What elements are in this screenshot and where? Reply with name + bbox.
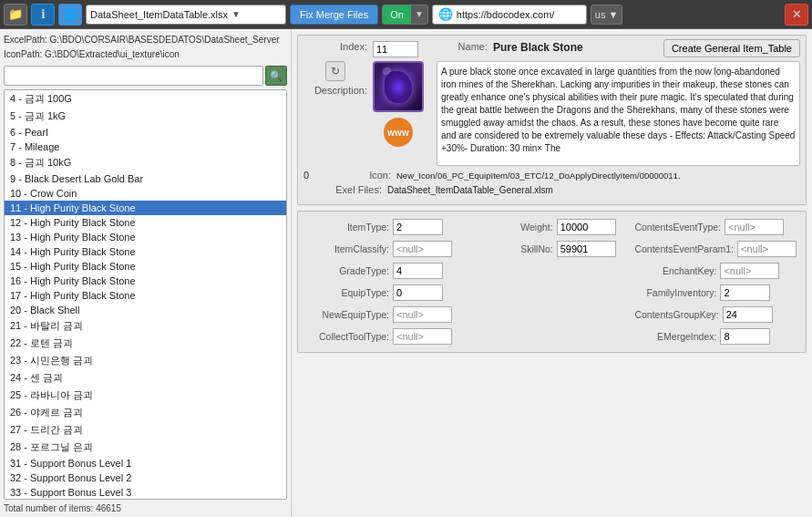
item-icon bbox=[373, 61, 424, 112]
item-type-input[interactable] bbox=[393, 219, 443, 235]
list-item[interactable]: 20 - Black Shell bbox=[5, 303, 286, 317]
list-item[interactable]: 9 - Black Desert Lab Gold Bar bbox=[5, 171, 286, 186]
grade-type-group: GradeType: bbox=[307, 263, 468, 279]
chrome-icon[interactable]: 🌐 bbox=[58, 4, 82, 26]
contents-event-type-label: ContentsEventType: bbox=[634, 222, 721, 233]
create-button[interactable]: Create General Item_Table bbox=[663, 39, 800, 57]
contents-event-param1-input[interactable] bbox=[737, 241, 797, 257]
contents-group-key-group: ContentsGroupKey: bbox=[634, 306, 797, 323]
main-content: ExcelPath: G:\BDO\CORSAIR\BASESDEDATOS\D… bbox=[0, 29, 812, 517]
close-button[interactable]: ✕ bbox=[785, 4, 808, 26]
enchant-key-group: EnchantKey: bbox=[634, 263, 797, 279]
empty-group-4 bbox=[471, 328, 632, 345]
empty-group-3 bbox=[471, 306, 632, 323]
list-item[interactable]: 26 - 야케르 금괴 bbox=[5, 404, 286, 421]
item-classify-input[interactable] bbox=[393, 241, 452, 257]
path-info: ExcelPath: G:\BDO\CORSAIR\BASESDEDATOS\D… bbox=[4, 33, 287, 62]
new-equip-type-label: NewEquipType: bbox=[307, 309, 389, 320]
list-item[interactable]: 28 - 포르그닐 은괴 bbox=[5, 439, 286, 456]
name-label: Name: bbox=[424, 41, 488, 52]
icon-path-label: IconPath: bbox=[4, 49, 42, 59]
search-button[interactable]: 🔍 bbox=[265, 66, 287, 86]
item-classify-label: ItemClassify: bbox=[307, 243, 389, 254]
equip-type-input[interactable] bbox=[393, 284, 443, 301]
equip-type-group: EquipType: bbox=[307, 284, 468, 301]
contents-event-type-group: ContentsEventType: bbox=[634, 219, 797, 235]
info-section: Create General Item_Table Index: Name: P… bbox=[297, 35, 807, 205]
weight-input[interactable] bbox=[557, 219, 616, 235]
info-icon[interactable]: ℹ bbox=[31, 4, 55, 26]
icon-path-value: G:\BDO\Extracted\ui_texture\icon bbox=[45, 49, 180, 59]
list-item[interactable]: 7 - Mileage bbox=[5, 140, 286, 154]
list-item[interactable]: 4 - 금괴 100G bbox=[5, 90, 286, 108]
search-row: 🔍 bbox=[4, 66, 287, 86]
collect-tool-type-input[interactable] bbox=[393, 328, 452, 345]
fields-section: ItemType: Weight: ContentsEventType: Ite… bbox=[297, 211, 807, 353]
folder-icon[interactable]: 📁 bbox=[4, 4, 27, 26]
list-item[interactable]: 24 - 센 금괴 bbox=[5, 369, 286, 387]
number-badge: 0 bbox=[303, 170, 322, 181]
enchant-key-label: EnchantKey: bbox=[634, 265, 716, 276]
list-item[interactable]: 8 - 금괴 10kG bbox=[5, 154, 286, 171]
family-inventory-group: FamilyInventory: bbox=[634, 284, 797, 301]
www-icon[interactable]: www bbox=[384, 118, 413, 147]
list-item[interactable]: 17 - High Purity Black Stone bbox=[5, 288, 286, 303]
fix-merge-button[interactable]: Fix Merge Files bbox=[290, 5, 378, 25]
contents-group-key-input[interactable] bbox=[723, 306, 773, 323]
new-equip-type-input[interactable] bbox=[393, 306, 452, 323]
list-item[interactable]: 25 - 라바니아 금괴 bbox=[5, 387, 286, 404]
enchant-key-input[interactable] bbox=[720, 263, 779, 279]
list-item[interactable]: 15 - High Purity Black Stone bbox=[5, 259, 286, 274]
item-classify-group: ItemClassify: bbox=[307, 241, 468, 257]
item-type-label: ItemType: bbox=[307, 222, 389, 233]
file-selector-arrow: ▼ bbox=[231, 9, 282, 19]
grade-type-label: GradeType: bbox=[307, 265, 389, 276]
list-item[interactable]: 33 - Support Bonus Level 3 bbox=[5, 485, 286, 500]
right-panel: Create General Item_Table Index: Name: P… bbox=[292, 29, 812, 517]
collect-tool-type-label: CollectToolType: bbox=[307, 331, 389, 342]
refresh-button[interactable]: ↻ bbox=[325, 61, 345, 81]
file-selector[interactable]: DataSheet_ItemDataTable.xlsx ▼ bbox=[86, 5, 286, 25]
skill-no-input[interactable] bbox=[557, 241, 616, 257]
lang-select[interactable]: us ▼ bbox=[591, 5, 623, 25]
item-list[interactable]: 4 - 금괴 100G5 - 금괴 1kG6 - Pearl7 - Mileag… bbox=[4, 89, 287, 500]
collect-tool-type-group: CollectToolType: bbox=[307, 328, 468, 345]
list-item[interactable]: 32 - Support Bonus Level 2 bbox=[5, 470, 286, 485]
toggle-button[interactable]: On ▼ bbox=[382, 5, 428, 25]
list-item[interactable]: 31 - Support Bonus Level 1 bbox=[5, 456, 286, 470]
emerge-index-input[interactable] bbox=[720, 328, 770, 345]
list-item[interactable]: 22 - 로텐 금괴 bbox=[5, 335, 286, 352]
exel-row: Exel Files: DataSheet_ItemDataTable_Gene… bbox=[303, 184, 800, 195]
search-input[interactable] bbox=[4, 66, 263, 86]
url-text: https://bdocodex.com/ bbox=[457, 9, 555, 20]
toggle-arrow: ▼ bbox=[411, 5, 427, 24]
contents-group-key-label: ContentsGroupKey: bbox=[634, 309, 718, 320]
left-panel: ExcelPath: G:\BDO\CORSAIR\BASESDEDATOS\D… bbox=[0, 29, 292, 517]
index-label: Index: bbox=[303, 41, 367, 52]
list-item[interactable]: 21 - 바탈리 금괴 bbox=[5, 317, 286, 335]
list-item[interactable]: 5 - 금괴 1kG bbox=[5, 108, 286, 125]
exel-value: DataSheet_ItemDataTable_General.xlsm bbox=[387, 185, 800, 195]
file-selector-label: DataSheet_ItemDataTable.xlsx bbox=[90, 9, 228, 20]
empty-group-2 bbox=[471, 284, 632, 301]
skill-no-group: SkillNo: bbox=[471, 241, 632, 257]
list-item[interactable]: 11 - High Purity Black Stone bbox=[5, 201, 286, 215]
grade-type-input[interactable] bbox=[393, 263, 443, 279]
index-input[interactable] bbox=[373, 41, 418, 57]
list-item[interactable]: 14 - High Purity Black Stone bbox=[5, 244, 286, 259]
list-item[interactable]: 27 - 드리간 금괴 bbox=[5, 421, 286, 439]
list-item[interactable]: 12 - High Purity Black Stone bbox=[5, 215, 286, 230]
list-item[interactable]: 23 - 시민은행 금괴 bbox=[5, 352, 286, 369]
url-bar[interactable]: 🌐 https://bdocodex.com/ bbox=[432, 5, 587, 25]
list-item[interactable]: 13 - High Purity Black Stone bbox=[5, 230, 286, 244]
weight-label: Weight: bbox=[471, 222, 553, 233]
contents-event-type-input[interactable] bbox=[725, 219, 784, 235]
equip-type-label: EquipType: bbox=[307, 287, 389, 298]
family-inventory-input[interactable] bbox=[720, 284, 770, 301]
top-bar: 📁 ℹ 🌐 DataSheet_ItemDataTable.xlsx ▼ Fix… bbox=[0, 0, 812, 29]
list-item[interactable]: 16 - High Purity Black Stone bbox=[5, 274, 286, 288]
list-item[interactable]: 6 - Pearl bbox=[5, 125, 286, 140]
icon-path-value: New_Icon/06_PC_EquipItem/03_ETC/12_DoApp… bbox=[396, 171, 800, 181]
list-item[interactable]: 10 - Crow Coin bbox=[5, 186, 286, 201]
description-label: Description: bbox=[303, 85, 367, 96]
